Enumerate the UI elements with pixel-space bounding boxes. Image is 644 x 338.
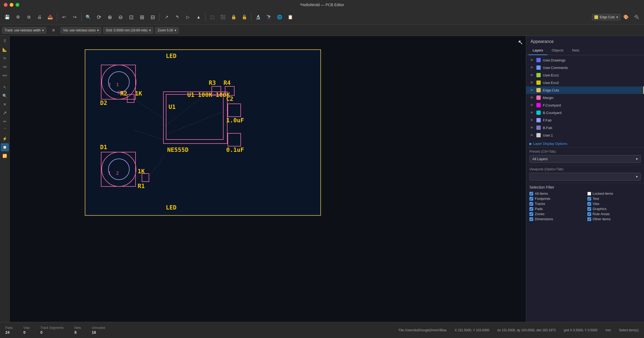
save-button[interactable]: 💾: [2, 12, 12, 22]
scripting-button[interactable]: 📋: [285, 12, 295, 22]
filter-vias[interactable]: Vias: [587, 202, 641, 206]
filter-other-items[interactable]: Other items: [587, 217, 641, 221]
filter-pads-checkbox[interactable]: [529, 207, 533, 211]
track-width-selector[interactable]: Track: use netclass width ▾: [2, 27, 46, 34]
layer-eye-f-courtyard[interactable]: 👁: [529, 103, 534, 108]
inspect-tool[interactable]: 🔍: [1, 92, 9, 100]
filter-footprints-checkbox[interactable]: [529, 197, 533, 201]
layer-eye-b-courtyard[interactable]: 👁: [529, 110, 534, 115]
layer-user-drawings[interactable]: 👁 User.Drawings: [526, 56, 644, 64]
grid-selector[interactable]: Grid: 0.5000 mm (19.69 mils) ▾: [103, 27, 153, 34]
layer-b-fab[interactable]: 👁 B.Fab: [526, 124, 644, 131]
layer-f-courtyard[interactable]: 👁 F.Courtyard: [526, 101, 644, 109]
viewports-dropdown[interactable]: ▾: [529, 173, 641, 181]
filter-locked-items-checkbox[interactable]: [587, 192, 591, 196]
pcb-canvas[interactable]: LED D2 2 1 GND R2 1K U1 U1 100K 100K R3: [10, 36, 526, 322]
filter-locked-items[interactable]: Locked items: [587, 192, 641, 196]
layer-eye-user-eco2[interactable]: 👁: [529, 80, 534, 85]
zoom-area-button[interactable]: ⊞: [137, 12, 147, 22]
filter-rule-areas-checkbox[interactable]: [587, 212, 591, 216]
filter-rule-areas[interactable]: Rule Areas: [587, 212, 641, 216]
zoom-orig-button[interactable]: ⊟: [148, 12, 158, 22]
track-dropdown-icon[interactable]: ▾: [42, 28, 44, 32]
zoom-dropdown-icon[interactable]: ▾: [175, 28, 176, 32]
route-tool-3[interactable]: ▷: [183, 12, 193, 22]
presets-dropdown[interactable]: All Layers ▾: [529, 155, 641, 163]
special-tool[interactable]: ⚡: [1, 135, 9, 143]
copy-button[interactable]: ⧉: [24, 12, 34, 22]
layer-edge-cuts[interactable]: 👁 Edge.Cuts: [526, 86, 644, 94]
tab-objects[interactable]: Objects: [547, 46, 568, 55]
unlock-tool[interactable]: 🔓: [239, 12, 250, 22]
via-size-selector[interactable]: Via: use netclass sizes ▾: [61, 27, 101, 34]
layer-user-eco2[interactable]: 👁 User.Eco2: [526, 79, 644, 86]
select-tool[interactable]: ⬚: [207, 12, 217, 22]
route-tool-5[interactable]: ⬛: [218, 12, 228, 22]
zoom-out-button[interactable]: ⊖: [115, 12, 126, 22]
zoom-tool[interactable]: 🔁: [1, 152, 9, 160]
filter-dimensions[interactable]: Dimensions: [529, 217, 583, 221]
route-tool-4[interactable]: ▲: [193, 12, 204, 22]
plugin-button[interactable]: 🔌: [632, 12, 642, 22]
undo-button[interactable]: ↩: [59, 12, 69, 22]
search-button[interactable]: 🔍: [83, 12, 93, 22]
layer-eye-f-fab[interactable]: 👁: [529, 118, 534, 123]
import-button[interactable]: 📥: [45, 12, 55, 22]
arc-tool[interactable]: ⌒: [1, 126, 9, 134]
zoom-selector[interactable]: Zoom 5.00 ▾: [155, 27, 179, 34]
via-dropdown-icon[interactable]: ▾: [97, 28, 99, 32]
filter-all-items[interactable]: All items: [529, 192, 583, 196]
route-single-track[interactable]: ↗: [1, 109, 9, 117]
layer-f-fab[interactable]: 👁 F.Fab: [526, 116, 644, 124]
lock-tool[interactable]: 🔒: [229, 12, 239, 22]
layer-user-eco1[interactable]: 👁 User.Eco1: [526, 71, 644, 79]
filter-zones[interactable]: Zones: [529, 212, 583, 216]
net-inspector-button[interactable]: 🔬: [253, 12, 263, 22]
mm-tool[interactable]: mm: [1, 71, 9, 79]
layer-user-comments[interactable]: 👁 User.Comments: [526, 64, 644, 71]
layer-eye-user-drawings[interactable]: 👁: [529, 58, 534, 63]
mil-tool[interactable]: mil: [1, 63, 9, 71]
layer-b-courtyard[interactable]: 👁 B.Courtyard: [526, 109, 644, 116]
layers-tool[interactable]: 🔲: [1, 143, 9, 151]
route-tool-1[interactable]: ↗: [161, 12, 171, 22]
window-controls[interactable]: [4, 3, 19, 7]
tab-nets[interactable]: Nets: [568, 46, 584, 55]
layer-display-options[interactable]: ▶ Layer Display Options: [526, 140, 644, 147]
cursor-tool[interactable]: ↖: [1, 83, 9, 91]
refresh-button[interactable]: ⟳: [94, 12, 104, 22]
zoom-fit-button[interactable]: ⊡: [126, 12, 136, 22]
origin-tool[interactable]: in: [1, 54, 9, 62]
layer-eye-user-comments[interactable]: 👁: [529, 65, 534, 70]
track-interactive-router[interactable]: ≡: [48, 25, 58, 35]
drc-button[interactable]: 🔭: [264, 12, 274, 22]
maximize-button[interactable]: [16, 3, 19, 7]
filter-graphics[interactable]: Graphics: [587, 207, 641, 211]
layer-eye-user-eco1[interactable]: 👁: [529, 73, 534, 78]
layer-selector[interactable]: Edge.Cuts ▾: [592, 14, 620, 20]
filter-footprints[interactable]: Footprints: [529, 197, 583, 201]
print-button[interactable]: 🖨: [34, 12, 45, 22]
layer-settings-button[interactable]: 🎨: [621, 12, 631, 22]
grid-dropdown-icon[interactable]: ▾: [149, 28, 151, 32]
filter-vias-checkbox[interactable]: [587, 202, 591, 206]
place-tool[interactable]: ✕: [1, 100, 9, 108]
pencil-tool[interactable]: ✏: [1, 117, 9, 126]
layer-eye-margin[interactable]: 👁: [529, 95, 534, 100]
filter-pads[interactable]: Pads: [529, 207, 583, 211]
layer-eye-b-fab[interactable]: 👁: [529, 125, 534, 130]
layer-margin[interactable]: 👁 Margin: [526, 94, 644, 101]
layer-eye-edge-cuts[interactable]: 👁: [529, 88, 534, 93]
filter-tracks[interactable]: Tracks: [529, 202, 583, 206]
close-button[interactable]: [4, 3, 8, 7]
filter-zones-checkbox[interactable]: [529, 212, 533, 216]
filter-graphics-checkbox[interactable]: [587, 207, 591, 211]
layer-eye-user1[interactable]: 👁: [529, 133, 534, 138]
filter-text-checkbox[interactable]: [587, 197, 591, 201]
grid-tool[interactable]: ⠿: [1, 37, 9, 45]
pcb-board[interactable]: LED D2 2 1 GND R2 1K U1 U1 100K 100K R3: [85, 49, 321, 216]
settings-button[interactable]: ⚙: [13, 12, 23, 22]
layer-dropdown-icon[interactable]: ▾: [616, 15, 618, 19]
minimize-button[interactable]: [10, 3, 13, 7]
layer-user1[interactable]: 👁 User.1: [526, 131, 644, 139]
